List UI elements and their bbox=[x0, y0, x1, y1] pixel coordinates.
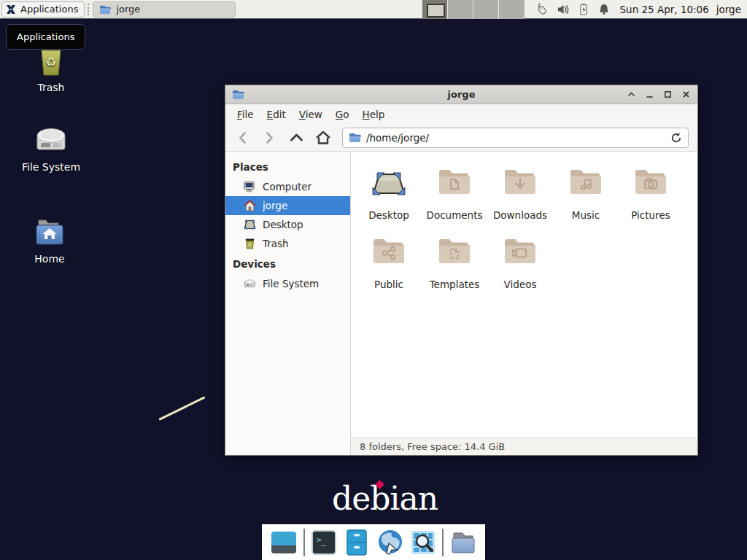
menu-edit[interactable]: Edit bbox=[260, 106, 293, 122]
sidebar-item-label: jorge bbox=[263, 200, 287, 211]
side-pane: Places Computer jorge Desktop ♻ Trash De… bbox=[225, 152, 351, 455]
titlebar[interactable]: jorge bbox=[225, 85, 697, 104]
folder-item-label: Music bbox=[552, 209, 619, 221]
menu-help[interactable]: Help bbox=[356, 106, 392, 122]
bell-icon[interactable] bbox=[597, 3, 611, 16]
top-panel: Applications jorge Sun 25 Apr, 10:06 jor… bbox=[0, 0, 747, 19]
panel-drag-handle[interactable] bbox=[88, 4, 90, 15]
application-finder-icon[interactable] bbox=[409, 529, 437, 556]
desktop-pad-icon bbox=[371, 171, 407, 198]
applications-menu-label: Applications bbox=[20, 4, 78, 15]
directory-menu-icon[interactable] bbox=[449, 529, 477, 556]
folder-item-public[interactable]: Public bbox=[355, 230, 422, 290]
sidebar-item-label: Trash bbox=[263, 238, 289, 249]
toolbar: /home/jorge/ bbox=[225, 124, 697, 152]
statusbar-text: 8 folders, Free space: 14.4 GiB bbox=[360, 441, 505, 452]
folder-item-label: Pictures bbox=[617, 209, 684, 221]
dock-separator bbox=[442, 529, 444, 556]
dock-separator bbox=[303, 529, 305, 556]
workspace-3[interactable] bbox=[473, 0, 499, 19]
user-home-icon bbox=[244, 200, 256, 211]
templates-folder-icon bbox=[437, 236, 472, 268]
taskbar-window-button[interactable]: jorge bbox=[93, 1, 236, 18]
sidebar-item-label: Computer bbox=[263, 181, 311, 192]
folder-item-label: Downloads bbox=[487, 209, 554, 221]
folder-item-downloads[interactable]: Downloads bbox=[487, 160, 554, 221]
minimize-icon[interactable] bbox=[644, 90, 654, 100]
desktop-icon-file-system[interactable]: File System bbox=[7, 124, 95, 173]
folder-item-label: Desktop bbox=[355, 209, 422, 221]
sidebar-item-desktop[interactable]: Desktop bbox=[225, 215, 350, 234]
folder-item-templates[interactable]: Templates bbox=[421, 230, 488, 290]
folder-item-music[interactable]: Music bbox=[552, 160, 619, 221]
volume-icon[interactable] bbox=[557, 3, 570, 16]
location-bar-input[interactable]: /home/jorge/ bbox=[342, 128, 689, 148]
menubar: File Edit View Go Help bbox=[225, 104, 697, 124]
file-cabinet-icon[interactable] bbox=[343, 529, 371, 556]
music-folder-icon bbox=[568, 166, 603, 198]
up-icon[interactable] bbox=[288, 129, 304, 147]
folder-icon-view[interactable]: Desktop Documents Downloads Music Pictur bbox=[351, 152, 697, 438]
sidebar-item-trash[interactable]: ♻ Trash bbox=[225, 234, 350, 253]
places-header: Places bbox=[225, 156, 350, 177]
menu-go[interactable]: Go bbox=[329, 106, 356, 122]
back-icon[interactable] bbox=[234, 129, 250, 147]
downloads-folder-icon bbox=[503, 166, 538, 198]
sidebar-item-label: Desktop bbox=[263, 219, 303, 230]
documents-folder-icon bbox=[437, 166, 472, 198]
folder-item-pictures[interactable]: Pictures bbox=[617, 160, 684, 221]
folder-item-label: Public bbox=[355, 279, 422, 290]
sidebar-item-computer[interactable]: Computer bbox=[225, 177, 350, 196]
location-path-text: /home/jorge/ bbox=[366, 132, 429, 144]
debian-logo-text: debian bbox=[332, 480, 438, 517]
bottom-dock: >_ bbox=[262, 524, 485, 560]
computer-icon bbox=[244, 181, 256, 192]
applications-tooltip: Applications bbox=[6, 24, 85, 50]
show-desktop-icon[interactable] bbox=[270, 529, 298, 556]
panel-username[interactable]: jorge bbox=[716, 4, 741, 15]
workspace-2[interactable] bbox=[448, 0, 473, 19]
trash-icon: ♻ bbox=[244, 238, 256, 249]
public-folder-icon bbox=[371, 236, 406, 268]
window-body: Places Computer jorge Desktop ♻ Trash De… bbox=[225, 152, 697, 455]
desktop-icon-home[interactable]: Home bbox=[6, 214, 93, 265]
folder-item-documents[interactable]: Documents bbox=[421, 160, 488, 221]
folder-item-desktop[interactable]: Desktop bbox=[355, 160, 422, 221]
folder-item-label: Templates bbox=[421, 279, 488, 290]
menu-file[interactable]: File bbox=[231, 106, 260, 122]
workspace-1[interactable] bbox=[422, 0, 448, 19]
panel-right-group: Sun 25 Apr, 10:06 jorge bbox=[422, 0, 747, 18]
sidebar-item-label: File System bbox=[263, 278, 319, 289]
panel-clock[interactable]: Sun 25 Apr, 10:06 bbox=[620, 4, 709, 15]
file-manager-window: jorge File Edit View Go Help /home/jorge… bbox=[225, 85, 698, 456]
battery-icon[interactable] bbox=[577, 3, 590, 16]
shade-icon[interactable] bbox=[626, 90, 636, 100]
workspace-pager bbox=[422, 0, 525, 19]
right-pane: Desktop Documents Downloads Music Pictur bbox=[351, 152, 697, 455]
svg-text:♻: ♻ bbox=[45, 55, 56, 69]
folder-item-videos[interactable]: Videos bbox=[487, 230, 554, 290]
maximize-icon[interactable] bbox=[662, 90, 673, 100]
terminal-icon[interactable]: >_ bbox=[310, 529, 338, 556]
mouse-icon[interactable] bbox=[535, 3, 549, 16]
sidebar-item-jorge[interactable]: jorge bbox=[225, 196, 350, 215]
window-controls bbox=[626, 90, 691, 100]
applications-icon bbox=[5, 4, 17, 15]
sidebar-item-file-system[interactable]: File System bbox=[225, 274, 350, 293]
close-icon[interactable] bbox=[681, 90, 691, 100]
workspace-4[interactable] bbox=[499, 0, 525, 19]
forward-icon[interactable] bbox=[261, 129, 277, 147]
folder-icon bbox=[99, 4, 111, 15]
desktop-icon-trash[interactable]: ♻ Trash bbox=[7, 43, 95, 93]
home-icon[interactable] bbox=[315, 129, 331, 147]
devices-header: Devices bbox=[225, 253, 350, 274]
desktop-icon-label: Trash bbox=[38, 82, 65, 93]
statusbar: 8 folders, Free space: 14.4 GiB bbox=[351, 438, 697, 455]
svg-text:♻: ♻ bbox=[247, 242, 252, 248]
menu-view[interactable]: View bbox=[293, 106, 329, 122]
drive-icon bbox=[34, 124, 69, 156]
folder-item-label: Videos bbox=[487, 279, 554, 290]
web-browser-icon[interactable] bbox=[376, 529, 404, 556]
reload-icon[interactable] bbox=[670, 132, 682, 144]
applications-menu-button[interactable]: Applications bbox=[1, 1, 85, 18]
